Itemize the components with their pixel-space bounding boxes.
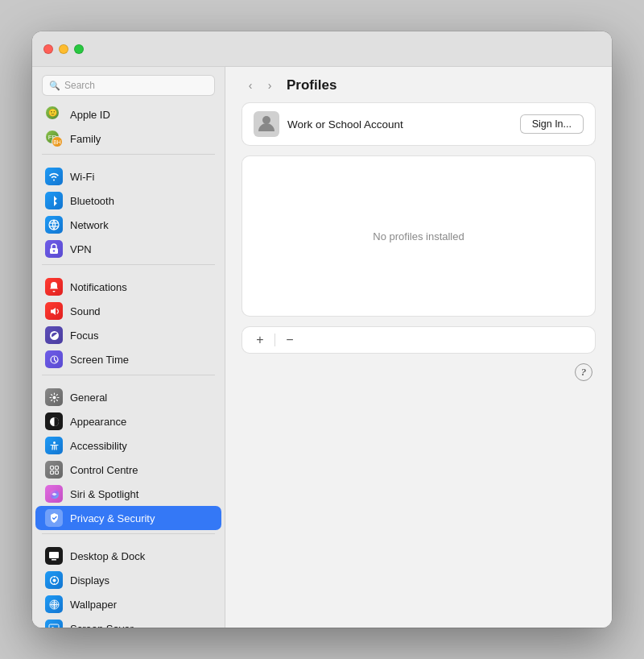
maximize-button[interactable]	[74, 44, 84, 54]
sidebar-item-bluetooth[interactable]: Bluetooth	[35, 189, 221, 213]
sidebar-label-privacy: Privacy & Security	[70, 512, 155, 524]
privacy-icon	[45, 509, 63, 527]
toolbar-divider	[275, 334, 275, 346]
main-body: Work or School Account Sign In... No pro…	[225, 102, 612, 628]
sidebar-item-privacy[interactable]: Privacy & Security	[35, 506, 221, 530]
sidebar-item-displays[interactable]: Displays	[35, 568, 221, 592]
no-profiles-text: No profiles installed	[373, 230, 464, 242]
sidebar-item-wifi[interactable]: Wi-Fi	[35, 164, 221, 189]
displays-icon	[45, 571, 63, 589]
search-container: 🔍 Search	[32, 67, 225, 102]
content-area: 🔍 Search 🙂 Apple ID FR BH	[32, 67, 612, 628]
sidebar-label-network: Network	[70, 219, 109, 231]
family-avatar: FR BH	[45, 130, 63, 147]
sidebar-label-notifications: Notifications	[70, 281, 127, 293]
spacer-4	[32, 537, 225, 544]
search-box[interactable]: 🔍 Search	[42, 75, 215, 96]
sidebar-item-screentime[interactable]: Screen Time	[35, 347, 221, 371]
sidebar-label-appearance: Appearance	[70, 416, 126, 428]
sidebar-label-bluetooth: Bluetooth	[70, 195, 114, 207]
svg-point-28	[262, 116, 270, 124]
sidebar-label-family: Family	[70, 133, 101, 145]
sidebar-label-vpn: VPN	[70, 243, 92, 255]
svg-rect-13	[49, 552, 59, 558]
sidebar-item-screensaver[interactable]: Screen Saver	[35, 616, 221, 628]
page-title: Profiles	[287, 77, 336, 93]
sidebar-scroll: 🙂 Apple ID FR BH Family	[32, 102, 225, 628]
sidebar-item-vpn[interactable]: VPN	[35, 237, 221, 261]
svg-rect-9	[55, 466, 58, 469]
forward-button[interactable]: ›	[261, 77, 279, 94]
wifi-icon	[45, 168, 63, 185]
remove-profile-button[interactable]: −	[282, 332, 298, 348]
svg-point-0	[49, 220, 59, 230]
profile-card-icon	[254, 111, 279, 137]
spacer-1	[32, 158, 225, 164]
sidebar-item-sound[interactable]: Sound	[35, 299, 221, 323]
system-settings-window: 🔍 Search 🙂 Apple ID FR BH	[32, 31, 612, 628]
sidebar-label-accessibility: Accessibility	[70, 440, 127, 452]
sidebar-item-notifications[interactable]: Notifications	[35, 275, 221, 299]
controlcentre-icon	[45, 461, 63, 479]
spacer-3	[32, 379, 225, 385]
bluetooth-icon	[45, 192, 63, 209]
sidebar-label-screentime: Screen Time	[70, 354, 129, 366]
sidebar-label-desktop: Desktop & Dock	[70, 550, 145, 562]
apple-id-avatar: 🙂	[45, 106, 63, 123]
profile-card-label: Work or School Account	[287, 118, 512, 131]
main-header: ‹ › Profiles	[225, 67, 612, 102]
sidebar-label-controlcentre: Control Centre	[70, 464, 138, 476]
sidebar-item-controlcentre[interactable]: Control Centre	[35, 458, 221, 482]
main-content: ‹ › Profiles Work or School Account Sign…	[225, 67, 612, 628]
network-icon	[45, 216, 63, 234]
svg-point-5	[52, 396, 56, 399]
titlebar	[32, 31, 612, 67]
sidebar-item-family[interactable]: FR BH Family	[35, 126, 221, 151]
sound-icon	[45, 302, 63, 320]
siri-icon	[45, 485, 63, 503]
traffic-lights	[43, 44, 84, 54]
sidebar-label-general: General	[70, 392, 107, 404]
add-profile-button[interactable]: +	[252, 332, 268, 348]
close-button[interactable]	[43, 44, 53, 54]
apple-id-avatar-main: 🙂	[45, 106, 60, 120]
appearance-icon	[45, 412, 63, 430]
screentime-icon	[45, 350, 63, 368]
search-placeholder: Search	[64, 80, 95, 91]
section-divider-1	[42, 154, 215, 155]
spacer-2	[32, 268, 225, 275]
section-divider-4	[42, 533, 215, 534]
sidebar-label-focus: Focus	[70, 330, 98, 342]
profile-card: Work or School Account Sign In...	[242, 102, 596, 146]
sign-in-button[interactable]: Sign In...	[520, 114, 584, 134]
help-button[interactable]: ?	[575, 363, 592, 381]
help-area: ?	[242, 363, 596, 381]
vpn-icon	[45, 240, 63, 258]
minimize-button[interactable]	[59, 44, 68, 54]
search-icon: 🔍	[49, 81, 60, 91]
sidebar: 🔍 Search 🙂 Apple ID FR BH	[32, 67, 225, 628]
profiles-list: No profiles installed	[242, 155, 596, 317]
sidebar-item-focus[interactable]: Focus	[35, 323, 221, 347]
svg-point-4	[53, 250, 55, 251]
wallpaper-icon	[45, 595, 63, 613]
nav-buttons: ‹ ›	[242, 77, 279, 94]
sidebar-item-network[interactable]: Network	[35, 213, 221, 237]
section-divider-2	[42, 264, 215, 265]
sidebar-item-apple-id[interactable]: 🙂 Apple ID	[35, 102, 221, 126]
back-button[interactable]: ‹	[242, 77, 259, 94]
svg-rect-8	[50, 466, 53, 469]
svg-rect-11	[55, 470, 58, 474]
sidebar-label-wallpaper: Wallpaper	[70, 599, 117, 611]
svg-rect-10	[50, 470, 53, 474]
sidebar-label-apple-id: Apple ID	[70, 109, 110, 121]
section-divider-3	[42, 375, 215, 375]
sidebar-item-siri[interactable]: Siri & Spotlight	[35, 482, 221, 506]
sidebar-label-displays: Displays	[70, 574, 109, 586]
sidebar-item-appearance[interactable]: Appearance	[35, 409, 221, 433]
sidebar-item-desktop[interactable]: Desktop & Dock	[35, 544, 221, 568]
sidebar-item-general[interactable]: General	[35, 385, 221, 409]
sidebar-item-wallpaper[interactable]: Wallpaper	[35, 592, 221, 616]
sidebar-item-accessibility[interactable]: Accessibility	[35, 433, 221, 458]
family-avatar-secondary: BH	[52, 136, 63, 147]
